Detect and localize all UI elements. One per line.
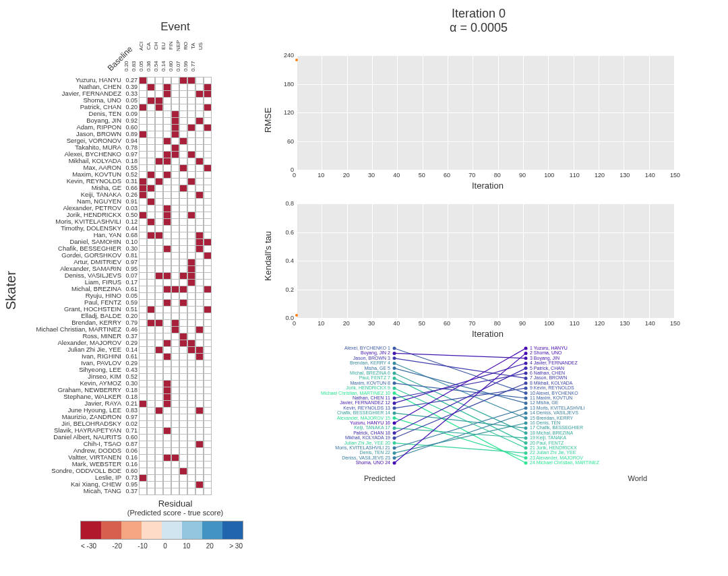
table-row: Maxim, KOVTUN0.52 xyxy=(121,171,229,178)
table-row: Maurizio, ZANDRON0.97 xyxy=(121,414,229,420)
table-row: Stephane, WALKER0.18 xyxy=(121,393,229,400)
table-row: Kevin, REYNOLDS0.31 xyxy=(121,178,229,185)
table-row: Mikhail, KOLYADA0.18 xyxy=(121,158,229,164)
table-row: Elladj, BALDE0.20 xyxy=(121,313,229,319)
svg-point-29 xyxy=(524,461,528,465)
table-row: Jason, BROWN0.89 xyxy=(121,131,229,137)
svg-point-46 xyxy=(393,422,396,425)
table-row: Yuzuru, HANYU0.27 xyxy=(121,77,229,84)
svg-point-10 xyxy=(393,362,396,365)
svg-text:Javier, FERNANDEZ 12: Javier, FERNANDEZ 12 xyxy=(340,400,390,405)
table-row: Moris, KVITELASHVILI0.12 xyxy=(121,218,229,225)
table-row: Boyang, JIN0.92 xyxy=(121,117,229,124)
slope-chart: Alexei, BYCHENKO 1Boyang, JIN 2Jason, BR… xyxy=(270,345,674,473)
svg-text:Yuzuru, HANYU 16: Yuzuru, HANYU 16 xyxy=(350,420,390,425)
table-row: Gordei, GORSHKOV0.81 xyxy=(121,252,229,259)
table-row: Denis, TEN0.09 xyxy=(121,110,229,117)
svg-point-23 xyxy=(524,397,528,400)
svg-point-8 xyxy=(524,377,528,380)
svg-line-63 xyxy=(394,423,526,453)
svg-text:Jorik, HENDRICKX 9: Jorik, HENDRICKX 9 xyxy=(346,385,390,390)
svg-text:Michal, BREZINA 6: Michal, BREZINA 6 xyxy=(350,371,390,375)
svg-point-34 xyxy=(393,402,396,405)
event-value: 0.77 xyxy=(189,57,197,75)
svg-point-37 xyxy=(393,406,396,410)
event-header: ACI xyxy=(138,36,145,55)
svg-text:13 Moris, KVITELASHVILI: 13 Moris, KVITELASHVILI xyxy=(530,406,585,410)
svg-point-59 xyxy=(524,451,528,455)
svg-text:Michael Christian, MARTINEZ 10: Michael Christian, MARTINEZ 10 xyxy=(321,391,390,395)
table-row: Daniel, SAMOHIN0.10 xyxy=(121,238,229,245)
svg-point-71 xyxy=(524,352,528,355)
table-row: Alexei, BYCHENKO0.97 xyxy=(121,151,229,158)
svg-text:Misha, GE 5: Misha, GE 5 xyxy=(364,366,390,371)
svg-text:Chafik, BESSEGHIER 14: Chafik, BESSEGHIER 14 xyxy=(337,410,390,415)
svg-point-14 xyxy=(524,402,528,405)
svg-text:6 Nathan, CHEN: 6 Nathan, CHEN xyxy=(530,371,565,375)
table-row: Andrew, DODDS0.06 xyxy=(121,447,229,454)
svg-point-62 xyxy=(524,406,528,410)
table-row: Michael Christian, MARTINEZ0.46 xyxy=(121,326,229,333)
svg-point-38 xyxy=(524,387,528,390)
svg-point-68 xyxy=(524,412,528,415)
svg-text:Kevin, REYNOLDS 13: Kevin, REYNOLDS 13 xyxy=(343,406,390,410)
table-row: Ivan, RIGHINI0.61 xyxy=(121,353,229,360)
table-row: Deniss, VASILJEVS0.07 xyxy=(121,272,229,279)
svg-text:18 Michal, BREZINA: 18 Michal, BREZINA xyxy=(530,430,574,435)
svg-text:Maxim, KOVTUN 8: Maxim, KOVTUN 8 xyxy=(350,381,390,385)
table-row: Grant, HOCHSTEIN0.51 xyxy=(121,306,229,313)
svg-point-11 xyxy=(524,416,528,420)
event-value: 0.36 xyxy=(145,57,152,75)
table-row: Julian Zhi Jie, YEE0.14 xyxy=(121,346,229,353)
svg-text:Julian Zhi Jie, YEE 20: Julian Zhi Jie, YEE 20 xyxy=(344,441,390,445)
svg-text:Patrick, CHAN 18: Patrick, CHAN 18 xyxy=(353,430,390,435)
svg-point-61 xyxy=(393,447,396,450)
svg-point-19 xyxy=(393,377,396,380)
svg-point-5 xyxy=(524,356,528,360)
svg-point-16 xyxy=(393,372,396,375)
colorbar: < -30-20-1001020> 30 xyxy=(94,521,229,550)
event-header: CH xyxy=(152,36,160,55)
table-row: Timothy, DOLENSKY0.44 xyxy=(121,225,229,232)
svg-text:9 Kevin, REYNOLDS: 9 Kevin, REYNOLDS xyxy=(530,385,574,390)
svg-text:Moris, KVITELASHVILI 21: Moris, KVITELASHVILI 21 xyxy=(335,445,390,450)
svg-text:Shoma, UNO 24: Shoma, UNO 24 xyxy=(356,460,390,465)
event-header: RO xyxy=(182,36,189,55)
svg-text:1 Yuzuru, HANYU: 1 Yuzuru, HANYU xyxy=(530,346,568,350)
svg-text:7 Jason, BROWN: 7 Jason, BROWN xyxy=(530,375,567,380)
table-row: Max, AARON0.55 xyxy=(121,164,229,171)
svg-point-65 xyxy=(524,422,528,425)
page-title-line1: Iteration 0 xyxy=(243,7,715,21)
svg-text:5 Patrick, CHAN: 5 Patrick, CHAN xyxy=(530,366,564,371)
residual-label: Residual xyxy=(121,499,229,509)
svg-text:12 Misha, GE: 12 Misha, GE xyxy=(530,400,559,405)
table-row: Kevin, AYMOZ0.30 xyxy=(121,380,229,387)
event-header: CA xyxy=(145,36,152,55)
svg-point-50 xyxy=(524,437,528,440)
svg-line-51 xyxy=(394,369,526,433)
table-row: Alexander, SAMARIN0.95 xyxy=(121,265,229,272)
svg-point-52 xyxy=(393,431,396,435)
table-row: Javier, FERNANDEZ0.33 xyxy=(121,90,229,97)
rmse-plot: 0102030405060708090100110120130140150060… xyxy=(270,49,674,190)
svg-point-44 xyxy=(524,456,528,459)
svg-point-7 xyxy=(393,356,396,360)
table-row: Liam, FIRUS0.17 xyxy=(121,279,229,286)
svg-text:8 Mikhail, KOLYADA: 8 Mikhail, KOLYADA xyxy=(530,381,573,385)
event-header: US xyxy=(197,36,204,55)
table-row: Paul, FENTZ0.59 xyxy=(121,299,229,306)
table-row: Chih-I, TSAO0.87 xyxy=(121,441,229,447)
table-row: Patrick, CHAN0.20 xyxy=(121,104,229,110)
table-row: June Hyoung, LEE0.83 xyxy=(121,407,229,414)
svg-line-39 xyxy=(394,413,526,428)
heatmap-panel: Baseline Event ACICACHEUFINNEPROTAUS 0.2… xyxy=(0,20,229,550)
svg-point-58 xyxy=(393,441,396,445)
svg-point-28 xyxy=(393,391,396,395)
svg-text:15 Brendan, KERRY: 15 Brendan, KERRY xyxy=(530,416,573,420)
svg-text:23 Alexander, MAJOROV: 23 Alexander, MAJOROV xyxy=(530,455,583,460)
svg-point-53 xyxy=(524,366,528,370)
event-value: 0.54 xyxy=(152,57,160,75)
table-row: Javier, RAYA0.21 xyxy=(121,400,229,407)
svg-point-47 xyxy=(524,347,528,350)
table-row: Mark, WEBSTER0.16 xyxy=(121,461,229,468)
